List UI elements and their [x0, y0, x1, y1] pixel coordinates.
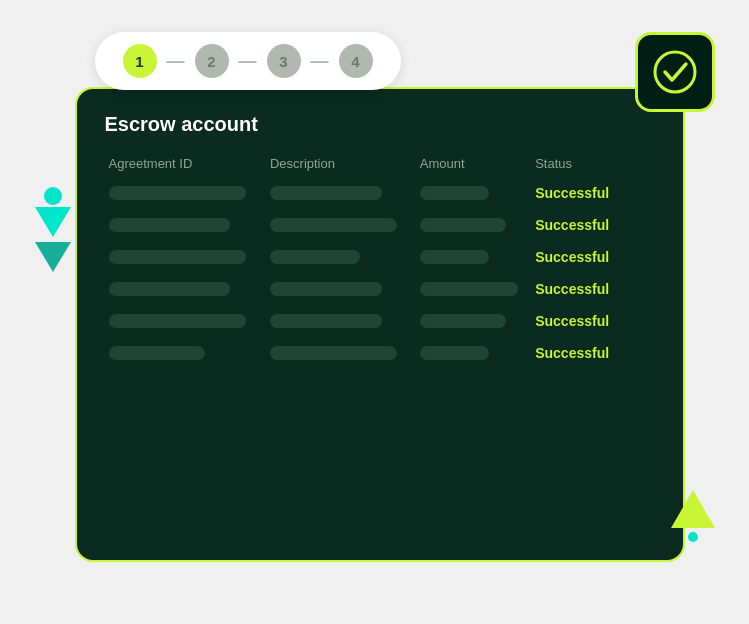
cell-bar-id — [109, 282, 230, 296]
status-badge: Successful — [535, 281, 650, 297]
col-header-description: Description — [270, 156, 420, 171]
steps-indicator: 1 — 2 — 3 — 4 — [95, 32, 401, 90]
step-2[interactable]: 2 — [195, 44, 229, 78]
status-badge: Successful — [535, 185, 650, 201]
cell-bar-desc — [270, 282, 382, 296]
cell-bar-amount — [420, 346, 489, 360]
card-title: Escrow account — [105, 113, 655, 136]
cell-bar-amount — [420, 314, 506, 328]
step-3[interactable]: 3 — [267, 44, 301, 78]
cell-bar-desc — [270, 346, 397, 360]
teardrop-arrow-down — [35, 207, 71, 237]
cell-bar-desc — [270, 186, 382, 200]
cell-bar-amount — [420, 282, 518, 296]
table-row: Successful — [105, 249, 655, 265]
triangle-up-icon — [671, 490, 715, 528]
step-dash-1: — — [167, 51, 185, 72]
cell-bar-amount — [420, 250, 489, 264]
table-row: Successful — [105, 217, 655, 233]
status-badge: Successful — [535, 345, 650, 361]
table-row: Successful — [105, 281, 655, 297]
cell-bar-amount — [420, 218, 506, 232]
cell-bar-id — [109, 218, 230, 232]
check-badge — [635, 32, 715, 112]
scene: 1 — 2 — 3 — 4 Escrow account Agreetment … — [35, 32, 715, 592]
teardrop-arrow-down-2 — [35, 242, 71, 272]
step-4[interactable]: 4 — [339, 44, 373, 78]
cell-bar-id — [109, 346, 206, 360]
cell-bar-desc — [270, 250, 360, 264]
triangle-dot — [688, 532, 698, 542]
cell-bar-amount — [420, 186, 489, 200]
cell-bar-id — [109, 186, 246, 200]
teardrop-circle — [44, 187, 62, 205]
status-badge: Successful — [535, 217, 650, 233]
col-header-amount: Amount — [420, 156, 535, 171]
cell-bar-id — [109, 250, 246, 264]
cell-bar-desc — [270, 314, 382, 328]
status-badge: Successful — [535, 313, 650, 329]
svg-point-0 — [655, 52, 695, 92]
table-row: Successful — [105, 313, 655, 329]
escrow-card: Escrow account Agreetment ID Description… — [75, 87, 685, 562]
table-row: Successful — [105, 185, 655, 201]
cell-bar-id — [109, 314, 246, 328]
status-badge: Successful — [535, 249, 650, 265]
col-header-status: Status — [535, 156, 650, 171]
escrow-table: Agreetment ID Description Amount Status … — [105, 156, 655, 361]
col-header-agreement-id: Agreetment ID — [109, 156, 270, 171]
table-row: Successful — [105, 345, 655, 361]
checkmark-icon — [653, 50, 697, 94]
table-header: Agreetment ID Description Amount Status — [105, 156, 655, 171]
left-arrow-decoration — [35, 187, 71, 272]
step-1[interactable]: 1 — [123, 44, 157, 78]
right-arrow-decoration — [671, 490, 715, 542]
step-dash-2: — — [239, 51, 257, 72]
cell-bar-desc — [270, 218, 397, 232]
step-dash-3: — — [311, 51, 329, 72]
